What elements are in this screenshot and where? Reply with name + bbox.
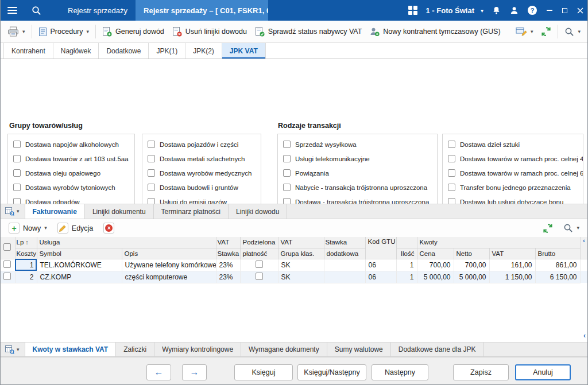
checkbox-option[interactable]: Dostawa budowli i gruntów xyxy=(142,180,261,195)
col-header-opis[interactable]: Opis xyxy=(122,248,216,259)
table-row[interactable]: 1 TEL.KOMÓRKOWE Używane telefony komórko… xyxy=(0,259,588,271)
col-band-stawka[interactable]: Stawka xyxy=(324,237,365,248)
cell-stawka-dodatkowa[interactable] xyxy=(324,271,365,283)
hamburger-menu-button[interactable] xyxy=(0,0,24,21)
checkbox-option[interactable]: Dostawa wyrobów tytoniowych xyxy=(8,180,134,195)
summary-view-settings-button[interactable]: ▾ xyxy=(0,343,25,356)
anuluj-button[interactable]: Anuluj xyxy=(515,364,571,380)
print-button[interactable]: ▾ xyxy=(3,24,29,40)
maximize-button[interactable] xyxy=(557,0,572,21)
col-header-grupa-klas[interactable]: Grupa klas. xyxy=(278,248,324,259)
cell-cena[interactable]: 700,00 xyxy=(417,259,454,271)
scroll-columns-control[interactable]: ‹ xyxy=(580,237,588,259)
row-select-cell[interactable] xyxy=(0,271,15,283)
col-header-kod-gtu[interactable]: Kod GTU xyxy=(365,237,396,259)
cell-lp-selected[interactable]: 1 xyxy=(15,259,37,271)
search-expand-button[interactable]: ▾ xyxy=(560,24,585,40)
grid-refresh-button[interactable] xyxy=(539,220,557,236)
tab-kwoty-w-stawkach-vat[interactable]: Kwoty w stawkach VAT xyxy=(25,343,117,356)
table-row[interactable]: 2 CZ.KOMP części komputerowe 23% SK 06 1… xyxy=(0,271,588,283)
zapisz-button[interactable]: Zapisz xyxy=(453,364,509,380)
checkbox-option[interactable]: Powiązania xyxy=(278,166,437,180)
tab-wymagane-dokumenty[interactable]: Wymagane dokumenty xyxy=(241,343,327,356)
checkbox-option[interactable]: Dostawa dzieł sztuki xyxy=(443,137,583,151)
checkbox-option[interactable]: Transfer bonu jednego przeznaczenia xyxy=(443,180,583,195)
checkbox-option[interactable]: Dostawa metali szlachetnych xyxy=(142,151,261,166)
cell-grupa-klas[interactable]: SK xyxy=(278,271,324,283)
col-band-vat2[interactable]: VAT xyxy=(278,237,324,248)
col-header-symbol[interactable]: Symbol xyxy=(37,248,122,259)
select-all-header[interactable] xyxy=(0,237,15,259)
col-header-dodatkowa[interactable]: dodatkowa xyxy=(324,248,365,259)
col-header-vat[interactable]: VAT xyxy=(489,248,535,259)
cell-brutto[interactable]: 6 150,00 xyxy=(535,271,580,283)
cell-netto[interactable]: 5 000,00 xyxy=(454,271,489,283)
cell-brutto[interactable]: 861,00 xyxy=(535,259,580,271)
checkbox-option[interactable]: Dostawa towarów w ramach proc. celnej 42 xyxy=(443,151,583,166)
checkbox-option[interactable]: Dostawa towarów w ramach proc. celnej 63 xyxy=(443,166,583,180)
cell-vat[interactable]: 161,00 xyxy=(489,259,535,271)
row-select-cell[interactable] xyxy=(0,259,15,271)
checkbox-option[interactable]: Dostawa napojów alkoholowych xyxy=(8,137,134,151)
grid-search-button[interactable]: ▾ xyxy=(559,220,583,236)
tab-dodatkowe[interactable]: Dodatkowe xyxy=(99,43,149,59)
procedury-button[interactable]: Procedury ▾ xyxy=(34,24,94,40)
col-band-usluga[interactable]: Usługa xyxy=(37,237,216,248)
cell-kod-gtu[interactable]: 06 xyxy=(365,259,396,271)
checkbox-option[interactable]: Dostawa towarów z art 103 ust.5aa xyxy=(8,151,134,166)
close-button[interactable] xyxy=(572,0,588,21)
tab-wymiary-kontrolingowe[interactable]: Wymiary kontrolingowe xyxy=(154,343,241,356)
user-button[interactable] xyxy=(510,6,519,15)
previous-document-button[interactable]: ← xyxy=(146,364,171,380)
grid-view-settings-button[interactable]: ▾ xyxy=(0,204,25,219)
help-icon[interactable]: ? xyxy=(528,6,537,15)
tab-jpk1[interactable]: JPK(1) xyxy=(149,43,185,59)
tab-kontrahent[interactable]: Kontrahent xyxy=(3,43,53,59)
col-header-lp[interactable]: Lp↑ xyxy=(15,237,37,248)
col-band-vat[interactable]: VAT xyxy=(216,237,240,248)
tab-naglowek[interactable]: Nagłówek xyxy=(53,43,99,59)
cell-vat[interactable]: 1 150,00 xyxy=(489,271,535,283)
new-row-button[interactable]: + Nowy ▾ xyxy=(5,220,51,236)
cell-symbol[interactable]: TEL.KOMÓRKOWE xyxy=(37,259,122,271)
sprawdz-status-vat-button[interactable]: Sprawdź status nabywcy VAT xyxy=(251,24,366,40)
apps-grid-icon[interactable] xyxy=(408,6,417,15)
tab-fakturowanie[interactable]: Fakturowanie xyxy=(25,204,85,219)
next-document-button[interactable]: → xyxy=(182,364,207,380)
document-tab[interactable]: Rejestr sprzedaży – [ C01, FSKR1, 0 xyxy=(136,0,268,21)
col-header-stawka[interactable]: Stawka xyxy=(216,248,240,259)
scroll-columns-control[interactable]: ‹ xyxy=(583,332,586,340)
cell-podzielona-platnosc[interactable] xyxy=(240,271,278,283)
col-header-koszty[interactable]: Koszty xyxy=(15,248,37,259)
cell-cena[interactable]: 5 000,00 xyxy=(417,271,454,283)
checkbox-option[interactable]: Nabycie - transakcja trójstronna uproszc… xyxy=(278,180,437,195)
ksieguj-button[interactable]: Księguj xyxy=(234,364,293,380)
cell-opis[interactable]: Używane telefony komórkowe xyxy=(122,259,216,271)
col-header-netto[interactable]: Netto xyxy=(454,248,489,259)
checkbox-option[interactable]: Dostawa pojazdów i części xyxy=(142,137,261,151)
cell-stawka[interactable]: 23% xyxy=(216,271,240,283)
notifications-button[interactable] xyxy=(492,6,501,15)
cell-netto[interactable]: 700,00 xyxy=(454,259,489,271)
tab-zaliczki[interactable]: Zaliczki xyxy=(116,343,154,356)
cell-podzielona-platnosc[interactable] xyxy=(240,259,278,271)
nastepny-button[interactable]: Następny xyxy=(372,364,428,380)
cell-lp[interactable]: 2 xyxy=(15,271,37,283)
cell-ilosc[interactable]: 1 xyxy=(396,259,417,271)
checkbox-option[interactable]: Sprzedaż wysyłkowa xyxy=(278,137,437,151)
minimize-button[interactable] xyxy=(541,0,557,21)
company-selector[interactable]: 1 - Foto Świat xyxy=(425,6,474,15)
nowy-kontrahent-gus-button[interactable]: Nowy kontrahent tymczasowy (GUS) xyxy=(366,24,504,40)
delete-row-button[interactable]: × xyxy=(99,220,118,236)
checkbox-option[interactable]: Dostawa oleju opałowego xyxy=(8,166,134,180)
cell-opis[interactable]: części komputerowe xyxy=(122,271,216,283)
edit-row-button[interactable]: Edycja xyxy=(53,220,98,236)
layout-settings-button[interactable]: ▾ xyxy=(512,24,537,40)
cell-stawka-dodatkowa[interactable] xyxy=(324,259,365,271)
cell-symbol[interactable]: CZ.KOMP xyxy=(37,271,122,283)
col-header-cena[interactable]: Cena xyxy=(417,248,454,259)
tab-sumy-walutowe[interactable]: Sumy walutowe xyxy=(327,343,391,356)
col-band-kwoty[interactable]: Kwoty xyxy=(417,237,580,248)
tab-dodatkowe-dane-jpk[interactable]: Dodatkowe dane dla JPK xyxy=(391,343,484,356)
global-search-button[interactable] xyxy=(24,0,48,21)
